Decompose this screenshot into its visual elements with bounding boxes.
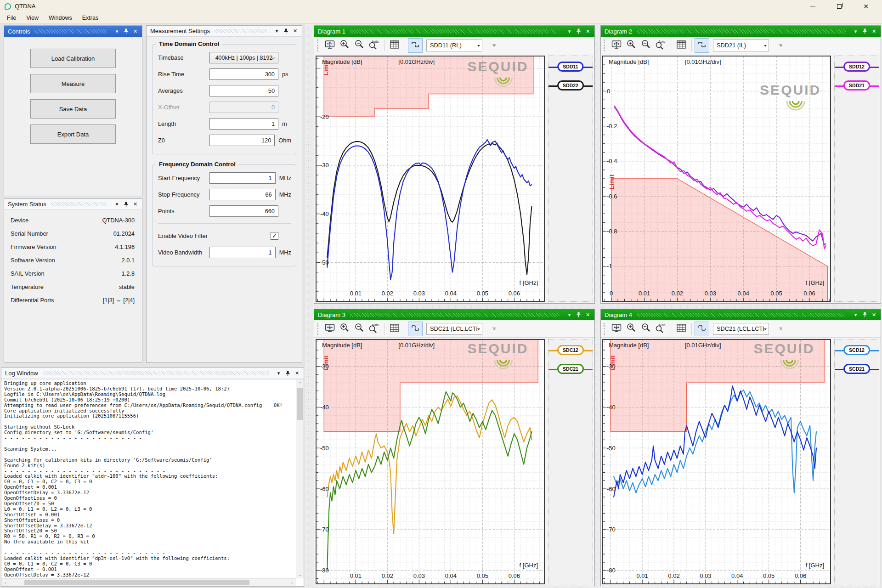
zoom-in-button[interactable] — [337, 38, 352, 53]
pin-icon[interactable] — [575, 28, 582, 35]
pan-button[interactable] — [609, 322, 624, 336]
z0-input[interactable]: 120 — [209, 135, 275, 146]
close-icon[interactable]: ✕ — [293, 369, 301, 377]
points-input[interactable]: 660 — [209, 205, 278, 217]
restore-button[interactable] — [835, 2, 843, 11]
scrollbar-thumb[interactable] — [24, 580, 249, 585]
legend-item-sdd12[interactable]: SDD12 — [835, 62, 879, 73]
close-icon[interactable]: ✕ — [870, 311, 878, 319]
zoom-auto-button[interactable]: Auto — [653, 38, 668, 53]
diagram-titlebar[interactable]: Diagram 1▾✕ — [314, 26, 594, 37]
minimize-button[interactable] — [808, 2, 817, 11]
pin-icon[interactable] — [575, 311, 582, 319]
timebase-select[interactable]: 400kHz | 100ps | 8192 — [209, 52, 278, 63]
legend-item-scd21[interactable]: SCD21 — [835, 364, 879, 375]
system-status-titlebar[interactable]: System Status ▾ ✕ — [4, 199, 142, 210]
limit-button[interactable] — [408, 322, 423, 336]
legend-badge-sdd11[interactable]: SDD11 — [557, 62, 583, 72]
log-window-titlebar[interactable]: Log Window ▾ ✕ — [1, 368, 304, 379]
diagram-titlebar[interactable]: Diagram 3▾✕ — [314, 309, 594, 320]
scrollbar-thumb[interactable] — [297, 388, 303, 420]
diagram-titlebar[interactable]: Diagram 4▾✕ — [601, 309, 881, 320]
plot-canvas[interactable]: SEQUID-30-40-50-60-70-800.010.020.030.04… — [316, 339, 544, 584]
legend-badge-sdd12[interactable]: SDD12 — [843, 62, 870, 72]
log-vertical-scrollbar[interactable]: ⌃ ⌄ — [296, 379, 304, 578]
legend-badge-scd21[interactable]: SCD21 — [843, 364, 870, 374]
panel-menu-button[interactable]: ▾ — [275, 369, 283, 377]
legend-badge-scd12[interactable]: SCD12 — [843, 345, 870, 355]
scroll-down-icon[interactable]: ⌄ — [296, 571, 304, 578]
plot-area[interactable]: SEQUID-30-40-50-60-70-800.010.020.030.04… — [316, 339, 545, 584]
plot-area[interactable]: SEQUID0-0.2-0.4-0.6-0.8-100.010.020.030.… — [602, 56, 831, 302]
trace-select[interactable]: SDC21 (LCL,LCTI — [426, 323, 482, 335]
plot-area[interactable]: SEQUID-30-40-50-60-70-800.010.020.030.04… — [602, 339, 831, 584]
toolbar-grip[interactable] — [317, 323, 320, 335]
legend-badge-sdc12[interactable]: SDC12 — [557, 345, 584, 355]
limit-button[interactable] — [408, 38, 423, 53]
pin-icon[interactable] — [122, 28, 130, 35]
table-button[interactable] — [387, 322, 402, 336]
toolbar-overflow-button[interactable] — [779, 44, 782, 47]
legend-badge-sdd22[interactable]: SDD22 — [557, 80, 584, 90]
averages-input[interactable]: 50 — [209, 85, 278, 96]
pan-button[interactable] — [322, 322, 337, 336]
plot-area[interactable]: SEQUID-20-30-40-500.010.020.030.040.050.… — [316, 56, 545, 302]
close-icon[interactable]: ✕ — [291, 27, 299, 35]
table-button[interactable] — [674, 322, 689, 336]
panel-menu-button[interactable]: ▾ — [565, 28, 573, 35]
plot-canvas[interactable]: SEQUID-30-40-50-60-70-800.010.020.030.04… — [603, 339, 831, 584]
log-output[interactable]: Bringing up core application Version 2.0… — [1, 379, 304, 586]
zoom-out-button[interactable] — [639, 38, 653, 53]
controls-panel-titlebar[interactable]: Controls ▾ ✕ — [4, 26, 142, 37]
limit-button[interactable] — [695, 322, 709, 336]
legend-badge-sdc21[interactable]: SDC21 — [557, 364, 584, 374]
panel-menu-button[interactable]: ▾ — [113, 28, 121, 35]
scroll-up-icon[interactable]: ⌃ — [296, 379, 304, 387]
zoom-auto-button[interactable]: Auto — [653, 322, 668, 336]
diagram-titlebar[interactable]: Diagram 2▾✕ — [601, 26, 881, 37]
legend-item-sdd21[interactable]: SDD21 — [835, 80, 879, 92]
measurement-settings-titlebar[interactable]: Measurement Settings ▾ ✕ — [147, 26, 302, 37]
toolbar-grip[interactable] — [604, 323, 606, 335]
pin-icon[interactable] — [861, 28, 869, 35]
zoom-in-button[interactable] — [337, 322, 352, 336]
video-bandwidth-input[interactable]: 1 — [209, 247, 276, 258]
scroll-right-icon[interactable]: › — [288, 579, 296, 586]
panel-menu-button[interactable]: ▾ — [852, 311, 859, 319]
toolbar-overflow-button[interactable] — [779, 328, 782, 330]
scroll-left-icon[interactable]: ‹ — [1, 579, 9, 586]
start-frequency-input[interactable]: 1 — [209, 172, 276, 184]
legend-item-scd12[interactable]: SCD12 — [835, 345, 879, 356]
toolbar-overflow-button[interactable] — [492, 44, 496, 47]
close-icon[interactable]: ✕ — [870, 28, 878, 35]
pin-icon[interactable] — [122, 200, 130, 208]
zoom-auto-button[interactable]: Auto — [367, 322, 381, 336]
menu-extras[interactable]: Extras — [77, 13, 103, 23]
legend-item-sdc21[interactable]: SDC21 — [548, 364, 593, 375]
menu-windows[interactable]: Windows — [44, 13, 77, 23]
panel-menu-button[interactable]: ▾ — [565, 311, 573, 319]
close-icon[interactable]: ✕ — [131, 28, 139, 35]
close-button[interactable]: ✕ — [862, 2, 870, 11]
panel-menu-button[interactable]: ▾ — [113, 200, 121, 208]
zoom-auto-button[interactable]: Auto — [367, 38, 381, 53]
trace-select[interactable]: SDD11 (RL) — [426, 40, 482, 51]
zoom-out-button[interactable] — [352, 322, 367, 336]
plot-canvas[interactable]: SEQUID0-0.2-0.4-0.6-0.8-100.010.020.030.… — [603, 56, 831, 301]
pin-icon[interactable] — [861, 311, 869, 319]
stop-frequency-input[interactable]: 66 — [209, 189, 276, 200]
enable-video-filter-checkbox[interactable]: ✓ — [271, 232, 278, 240]
menu-file[interactable]: File — [2, 13, 21, 23]
pin-icon[interactable] — [284, 369, 292, 377]
zoom-in-button[interactable] — [624, 322, 639, 336]
zoom-in-button[interactable] — [624, 38, 639, 53]
table-button[interactable] — [387, 38, 402, 53]
toolbar-grip[interactable] — [317, 40, 320, 51]
close-icon[interactable]: ✕ — [584, 28, 592, 35]
length-input[interactable]: 1 — [209, 118, 278, 130]
zoom-out-button[interactable] — [352, 38, 367, 53]
toolbar-grip[interactable] — [604, 40, 606, 51]
rise-time-input[interactable]: 300 — [209, 68, 278, 80]
plot-canvas[interactable]: SEQUID-20-30-40-500.010.020.030.040.050.… — [316, 56, 544, 301]
load-calibration-button[interactable]: Load Calibration — [30, 49, 116, 68]
